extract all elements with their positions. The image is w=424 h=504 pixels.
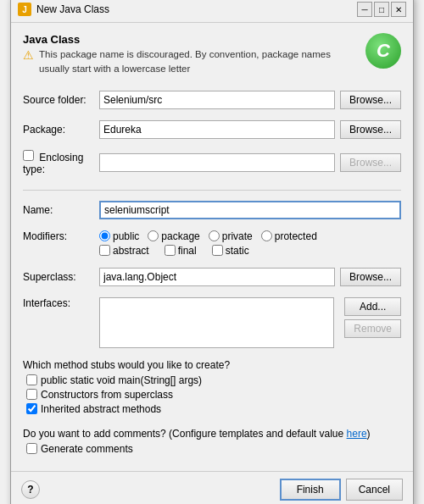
superclass-label: Superclass: <box>23 271 99 283</box>
comments-link[interactable]: here <box>347 428 367 440</box>
interfaces-add-button[interactable]: Add... <box>344 297 401 316</box>
package-input[interactable] <box>99 120 335 139</box>
window-title: New Java Class <box>36 3 109 15</box>
name-input[interactable] <box>99 201 401 219</box>
superclass-input[interactable] <box>99 268 335 286</box>
radio-public[interactable]: public <box>99 230 139 242</box>
cb-final[interactable]: final <box>165 245 197 257</box>
title-bar-left: J New Java Class <box>18 3 109 16</box>
modifiers-bottom: abstract final static <box>99 245 401 257</box>
stubs-section: Which method stubs would you like to cre… <box>23 359 401 418</box>
bottom-buttons: Finish Cancel <box>280 479 403 501</box>
cb-abstract-input[interactable] <box>99 245 110 256</box>
enclosing-type-row: Enclosing type: Browse... <box>23 150 401 175</box>
source-folder-input[interactable] <box>99 91 335 109</box>
package-row: Package: Browse... <box>23 120 401 139</box>
name-row: Name: <box>23 201 401 219</box>
cb-abstract-label: abstract <box>113 245 149 257</box>
stub-item-constructors: Constructors from superclass <box>26 389 401 401</box>
radio-protected-label: protected <box>275 230 317 242</box>
comments-title: Do you want to add comments? (Configure … <box>23 428 401 440</box>
stub-constructors-label: Constructors from superclass <box>41 389 173 401</box>
cb-static-label: static <box>226 245 249 257</box>
generate-comments-row: Generate comments <box>26 443 401 455</box>
interfaces-buttons: Add... Remove <box>339 297 401 338</box>
generate-comments-checkbox[interactable] <box>26 443 37 454</box>
cb-static[interactable]: static <box>212 245 249 257</box>
radio-package-label: package <box>161 230 199 242</box>
interfaces-row: Interfaces: Add... Remove <box>23 297 401 348</box>
bottom-bar: ? Finish Cancel <box>11 471 413 504</box>
radio-private-input[interactable] <box>209 230 220 241</box>
cb-static-input[interactable] <box>212 245 223 256</box>
divider-1 <box>23 190 401 191</box>
modifiers-top: Modifiers: public package private <box>23 230 401 242</box>
enclosing-type-browse-button[interactable]: Browse... <box>340 153 401 172</box>
title-bar: J New Java Class ─ □ ✕ <box>11 0 413 23</box>
interfaces-remove-button[interactable]: Remove <box>344 319 401 338</box>
package-browse-button[interactable]: Browse... <box>340 120 401 139</box>
stub-inherited-label: Inherited abstract methods <box>41 403 161 415</box>
name-label: Name: <box>23 204 99 216</box>
comments-question: Do you want to add comments? (Configure … <box>23 428 347 440</box>
comments-question-end: ) <box>367 428 371 440</box>
radio-private[interactable]: private <box>209 230 253 242</box>
package-label: Package: <box>23 124 99 136</box>
cb-final-input[interactable] <box>165 245 176 256</box>
stubs-title: Which method stubs would you like to cre… <box>23 359 401 371</box>
window-icon: J <box>18 3 31 16</box>
modifiers-label: Modifiers: <box>23 230 99 242</box>
stub-item-main: public static void main(String[] args) <box>26 374 401 386</box>
stub-constructors-checkbox[interactable] <box>26 389 37 400</box>
maximize-button[interactable]: □ <box>374 2 389 17</box>
logo-letter: C <box>377 40 390 62</box>
header-left: Java Class ⚠ This package name is discou… <box>23 33 359 78</box>
close-button[interactable]: ✕ <box>391 2 406 17</box>
source-folder-row: Source folder: Browse... <box>23 91 401 109</box>
stub-inherited-checkbox[interactable] <box>26 403 37 414</box>
warning-box: ⚠ This package name is discouraged. By c… <box>23 47 359 75</box>
stub-item-inherited: Inherited abstract methods <box>26 403 401 415</box>
enclosing-type-input[interactable] <box>99 153 335 172</box>
header-section: Java Class ⚠ This package name is discou… <box>23 33 401 78</box>
radio-public-input[interactable] <box>99 230 110 241</box>
minimize-button[interactable]: ─ <box>357 2 372 17</box>
source-folder-browse-button[interactable]: Browse... <box>340 91 401 109</box>
logo-circle: C <box>365 33 401 69</box>
radio-private-label: private <box>222 230 253 242</box>
dialog-window: J New Java Class ─ □ ✕ Java Class ⚠ This… <box>10 0 414 504</box>
modifiers-section: Modifiers: public package private <box>23 230 401 257</box>
radio-public-label: public <box>113 230 139 242</box>
cb-abstract[interactable]: abstract <box>99 245 149 257</box>
stub-main-checkbox[interactable] <box>26 374 37 385</box>
enclosing-type-label: Enclosing type: <box>23 150 99 175</box>
warning-icon: ⚠ <box>23 48 34 62</box>
dialog-content: Java Class ⚠ This package name is discou… <box>11 23 413 470</box>
cb-final-label: final <box>178 245 197 257</box>
cancel-button[interactable]: Cancel <box>346 479 403 501</box>
help-button[interactable]: ? <box>21 480 40 499</box>
section-title: Java Class <box>23 33 359 46</box>
superclass-row: Superclass: Browse... <box>23 268 401 286</box>
comments-section: Do you want to add comments? (Configure … <box>23 428 401 457</box>
radio-package-input[interactable] <box>148 230 159 241</box>
interfaces-textarea[interactable] <box>99 297 334 348</box>
finish-button[interactable]: Finish <box>280 479 341 501</box>
source-folder-label: Source folder: <box>23 94 99 106</box>
interfaces-label: Interfaces: <box>23 297 99 309</box>
modifiers-radio-group: public package private protected <box>99 230 401 242</box>
superclass-browse-button[interactable]: Browse... <box>340 268 401 286</box>
stub-main-label: public static void main(String[] args) <box>41 374 202 386</box>
radio-package[interactable]: package <box>148 230 199 242</box>
title-buttons: ─ □ ✕ <box>357 2 406 17</box>
enclosing-type-checkbox[interactable] <box>23 150 34 161</box>
radio-protected-input[interactable] <box>261 230 272 241</box>
generate-comments-label: Generate comments <box>41 443 133 455</box>
radio-protected[interactable]: protected <box>261 230 317 242</box>
warning-text: This package name is discouraged. By con… <box>39 47 359 75</box>
window-icon-letter: J <box>22 5 27 14</box>
